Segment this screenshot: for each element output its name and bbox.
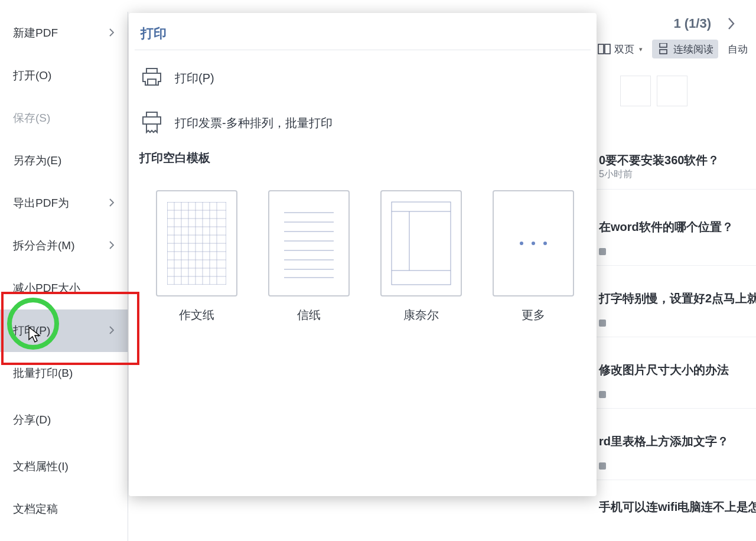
svg-rect-0 xyxy=(598,44,604,54)
file-menu-item-doc-finalize[interactable]: 文档定稿 xyxy=(0,488,128,530)
print-submenu-panel: 打印 打印(P) 打印发票-多种排列，批量打印 打印空白模板 xyxy=(129,13,597,496)
article-item[interactable]: 在word软件的哪个位置？ xyxy=(597,208,756,266)
divider xyxy=(135,50,591,50)
file-menu-item-label: 导出PDF为 xyxy=(13,195,69,211)
file-menu-item-label: 批量打印(B) xyxy=(13,366,73,381)
svg-rect-1 xyxy=(605,44,610,54)
file-menu-item-label: 文档属性(I) xyxy=(13,459,69,474)
file-menu-item-save: 保存(S) xyxy=(0,97,128,139)
template-label: 信纸 xyxy=(297,307,321,323)
article-title: rd里表格上方添加文字？ xyxy=(599,434,754,449)
template-label: 作文纸 xyxy=(179,307,214,323)
file-menu-item-split-merge[interactable]: 拆分合并(M) xyxy=(0,224,128,267)
chevron-right-icon xyxy=(109,27,115,40)
blank-templates-heading: 打印空白模板 xyxy=(139,150,210,166)
meta-icon xyxy=(599,462,606,470)
article-title: 0要不要安装360软件？ xyxy=(599,152,754,168)
meta-icon xyxy=(599,391,606,398)
continuous-scroll-icon xyxy=(657,43,670,55)
file-menu-item-new-pdf[interactable]: 新建PDF xyxy=(0,12,128,54)
printer-icon xyxy=(141,67,163,89)
article-item[interactable]: 修改图片尺寸大小的办法 xyxy=(597,351,756,409)
file-menu-item-label: 减小PDF大小 xyxy=(13,281,80,296)
print-option-print[interactable]: 打印(P) xyxy=(141,60,214,96)
file-menu-item-print[interactable]: 打印(P) xyxy=(0,309,128,352)
template-cornell[interactable]: 康奈尔 xyxy=(380,190,462,323)
file-menu-item-label: 拆分合并(M) xyxy=(13,238,74,253)
print-option-label: 打印发票-多种排列，批量打印 xyxy=(175,115,333,131)
view-dual-page-button[interactable]: 双页 ▾ xyxy=(593,40,647,58)
view-auto-button[interactable]: 自动 xyxy=(723,40,752,58)
file-menu-item-label: 文档定稿 xyxy=(13,501,58,517)
file-menu: 新建PDF 打开(O) 保存(S) 另存为(E) 导出PDF为 拆分合并(M) … xyxy=(0,12,128,541)
article-time: 5小时前 xyxy=(599,168,754,181)
file-menu-item-reduce-pdf-size[interactable]: 减小PDF大小 xyxy=(0,267,128,309)
page-next-button[interactable] xyxy=(719,12,743,35)
svg-rect-3 xyxy=(660,50,667,54)
chevron-right-icon xyxy=(109,239,115,252)
meta-icon xyxy=(599,248,606,255)
view-dual-page-label: 双页 xyxy=(614,43,634,56)
template-letter[interactable]: 信纸 xyxy=(268,190,350,323)
article-title: 修改图片尺寸大小的办法 xyxy=(599,362,754,378)
file-menu-item-label: 新建PDF xyxy=(13,25,58,41)
file-menu-item-label: 保存(S) xyxy=(13,110,50,126)
template-composition[interactable]: 作文纸 xyxy=(156,190,237,323)
caret-down-icon: ▾ xyxy=(639,45,643,53)
page-indicator: 1 (1/3) xyxy=(673,16,711,31)
template-thumbnail xyxy=(268,190,350,296)
file-menu-item-label: 打印(P) xyxy=(13,323,50,338)
svg-rect-6 xyxy=(146,112,157,117)
file-menu-item-batch-print[interactable]: 批量打印(B) xyxy=(0,352,128,395)
file-menu-item-label: 分享(D) xyxy=(13,412,51,428)
article-item[interactable]: rd里表格上方添加文字？ xyxy=(597,423,756,480)
file-menu-item-open[interactable]: 打开(O) xyxy=(0,54,128,97)
file-menu-item-export-pdf-as[interactable]: 导出PDF为 xyxy=(0,182,128,224)
article-thumbnail xyxy=(657,76,687,106)
print-option-label: 打印(P) xyxy=(175,70,214,86)
view-continuous-label: 连续阅读 xyxy=(673,43,713,56)
article-title: 打字特别慢，设置好2点马上就 xyxy=(599,291,754,307)
chevron-right-icon xyxy=(109,324,115,337)
article-item[interactable]: 手机可以连wifi电脑连不上是怎么回事 xyxy=(597,488,756,523)
template-thumbnail xyxy=(380,190,462,296)
template-thumbnail xyxy=(493,190,574,296)
svg-rect-32 xyxy=(392,202,451,285)
article-thumbnail xyxy=(620,76,651,106)
template-more[interactable]: 更多 xyxy=(493,190,574,323)
article-item[interactable]: 打字特别慢，设置好2点马上就 xyxy=(597,280,756,337)
print-option-invoice[interactable]: 打印发票-多种排列，批量打印 xyxy=(141,105,333,141)
file-menu-item-label: 另存为(E) xyxy=(13,153,61,168)
dual-page-icon xyxy=(598,43,611,55)
svg-point-37 xyxy=(532,242,535,245)
print-panel-title: 打印 xyxy=(141,25,167,43)
view-continuous-button[interactable]: 连续阅读 xyxy=(652,40,718,58)
article-list: 0要不要安装360软件？ 5小时前 在word软件的哪个位置？ 打字特别慢，设置… xyxy=(597,65,756,541)
article-item[interactable]: 0要不要安装360软件？ 5小时前 xyxy=(597,142,756,190)
template-label: 更多 xyxy=(522,307,545,323)
file-menu-item-doc-properties[interactable]: 文档属性(I) xyxy=(0,445,128,488)
view-auto-label: 自动 xyxy=(728,43,748,56)
file-menu-item-save-as[interactable]: 另存为(E) xyxy=(0,139,128,182)
template-thumbnail xyxy=(156,190,237,296)
svg-point-38 xyxy=(543,242,547,245)
chevron-right-icon xyxy=(109,197,115,210)
printer-invoice-icon xyxy=(141,111,163,135)
template-label: 康奈尔 xyxy=(403,307,439,323)
meta-icon xyxy=(599,320,606,327)
svg-rect-2 xyxy=(660,43,667,47)
file-menu-item-share[interactable]: 分享(D) xyxy=(0,395,128,445)
article-title: 手机可以连wifi电脑连不上是怎么回事 xyxy=(599,499,754,515)
file-menu-item-label: 打开(O) xyxy=(13,68,51,83)
article-title: 在word软件的哪个位置？ xyxy=(599,219,754,235)
svg-point-36 xyxy=(520,242,523,245)
svg-rect-5 xyxy=(148,79,156,85)
svg-rect-4 xyxy=(146,69,157,73)
